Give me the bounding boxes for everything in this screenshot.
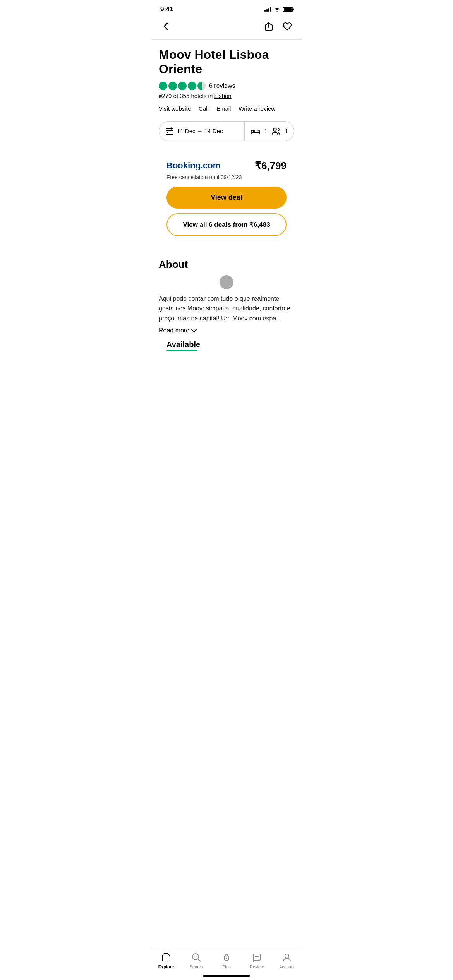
wifi-icon bbox=[274, 7, 280, 12]
rating-row: 6 reviews bbox=[159, 82, 294, 90]
guests-icon bbox=[271, 127, 281, 135]
booking-selector[interactable]: 11 Dec → 14 Dec 1 1 bbox=[159, 121, 294, 141]
booking-brand: Booking.com bbox=[166, 161, 220, 171]
available-underline bbox=[166, 350, 197, 351]
status-bar: 9:41 bbox=[151, 0, 302, 16]
about-section: About Aqui pode contar com tudo o que re… bbox=[151, 249, 302, 334]
status-time: 9:41 bbox=[160, 5, 173, 13]
share-button[interactable] bbox=[262, 19, 276, 33]
status-icons bbox=[264, 7, 293, 12]
svg-rect-0 bbox=[166, 128, 173, 135]
star-rating bbox=[159, 82, 206, 90]
read-more-label: Read more bbox=[159, 327, 189, 334]
city-link[interactable]: Lisbon bbox=[214, 93, 231, 99]
ranking: #279 of 355 hotels in Lisbon bbox=[159, 93, 294, 99]
star-5 bbox=[197, 82, 206, 90]
scroll-indicator bbox=[220, 275, 233, 289]
bed-icon bbox=[251, 128, 260, 135]
booking-card: Booking.com ₹6,799 Free cancellation unt… bbox=[159, 152, 294, 244]
available-section: Available bbox=[151, 340, 302, 398]
view-deal-button[interactable]: View deal bbox=[166, 187, 287, 209]
favorite-button[interactable] bbox=[280, 19, 294, 33]
hotel-title: Moov Hotel Lisboa Oriente bbox=[159, 48, 294, 76]
email-link[interactable]: Email bbox=[216, 105, 231, 112]
main-content: Moov Hotel Lisboa Oriente 6 reviews #279… bbox=[151, 40, 302, 244]
top-nav bbox=[151, 16, 302, 39]
calendar-icon bbox=[165, 127, 174, 135]
rooms-count: 1 bbox=[264, 128, 267, 134]
cancellation-text: Free cancellation until 09/12/23 bbox=[166, 174, 287, 180]
star-4 bbox=[188, 82, 196, 90]
available-label: Available bbox=[159, 340, 294, 351]
call-link[interactable]: Call bbox=[199, 105, 209, 112]
about-title: About bbox=[159, 259, 294, 271]
dates-selector[interactable]: 11 Dec → 14 Dec bbox=[159, 122, 245, 141]
write-review-link[interactable]: Write a review bbox=[239, 105, 275, 112]
svg-rect-1 bbox=[167, 132, 168, 133]
dates-text: 11 Dec → 14 Dec bbox=[177, 128, 223, 134]
reviews-count: 6 reviews bbox=[209, 82, 235, 89]
ranking-text: #279 of 355 hotels in bbox=[159, 93, 213, 99]
visit-website-link[interactable]: Visit website bbox=[159, 105, 191, 112]
booking-price: ₹6,799 bbox=[255, 160, 287, 172]
about-description: Aqui pode contar com tudo o que realment… bbox=[159, 294, 294, 324]
star-2 bbox=[168, 82, 177, 90]
guests-count: 1 bbox=[285, 128, 288, 134]
nav-actions bbox=[262, 19, 294, 33]
read-more-button[interactable]: Read more bbox=[159, 327, 197, 334]
battery-icon bbox=[283, 7, 293, 12]
view-all-deals-button[interactable]: View all 6 deals from ₹6,483 bbox=[166, 213, 287, 236]
svg-point-3 bbox=[273, 128, 276, 131]
signal-icon bbox=[264, 7, 271, 12]
chevron-down-icon bbox=[191, 329, 197, 332]
booking-header: Booking.com ₹6,799 bbox=[166, 160, 287, 172]
action-links: Visit website Call Email Write a review bbox=[159, 105, 294, 112]
rooms-selector[interactable]: 1 1 bbox=[245, 122, 294, 141]
star-3 bbox=[178, 82, 187, 90]
back-button[interactable] bbox=[159, 19, 173, 33]
svg-rect-2 bbox=[253, 130, 255, 132]
star-1 bbox=[159, 82, 167, 90]
